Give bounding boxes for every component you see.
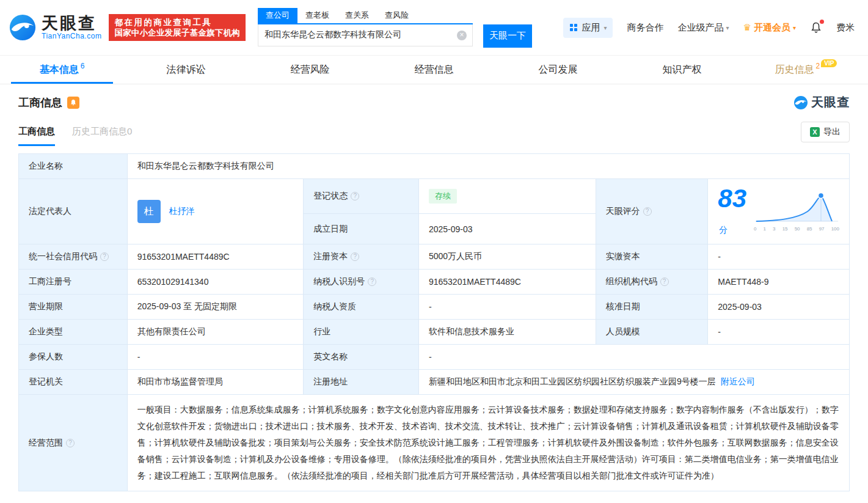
nav-enterprise-label: 企业级产品 — [677, 22, 723, 34]
tab-label: 经营风险 — [291, 64, 330, 76]
score-cell: 83分 0 — [718, 186, 839, 237]
clear-input-icon[interactable]: × — [457, 31, 467, 40]
field-label: 组织机构代码 — [606, 276, 657, 286]
search-input[interactable] — [258, 24, 472, 46]
score-number: 83分 — [718, 186, 746, 237]
search-tab-company[interactable]: 查公司 — [258, 8, 297, 23]
field-label: 法定代表人 — [29, 206, 71, 216]
help-icon[interactable]: ? — [351, 192, 359, 200]
search-button[interactable]: 天眼一下 — [483, 24, 532, 48]
label-industry: 行业 — [304, 320, 419, 345]
tab-basic-info[interactable]: 基本信息6 — [0, 56, 124, 84]
field-label: 纳税人资质 — [313, 301, 356, 311]
subtab-business-info[interactable]: 工商信息 — [18, 126, 55, 146]
value-reg-number: 653201029141340 — [127, 270, 304, 295]
paid-capital: - — [718, 252, 721, 262]
label-reg-status: 登记状态? — [304, 179, 419, 214]
user-account[interactable]: 费米 — [836, 22, 855, 34]
tab-legal-proceedings[interactable]: 法律诉讼 — [124, 56, 248, 84]
approval-date: 2025-09-03 — [718, 302, 762, 312]
field-label: 核准日期 — [606, 301, 640, 311]
field-label: 英文名称 — [313, 351, 348, 361]
business-term: 2025-09-03 至 无固定期限 — [137, 301, 237, 311]
legal-rep-avatar[interactable]: 杜 — [137, 200, 161, 223]
search-main: × 天眼一下 — [258, 24, 532, 48]
brand-name: 天眼查 — [42, 15, 101, 33]
label-insured-count: 参保人数 — [19, 345, 128, 370]
value-score: 83分 0 — [708, 179, 850, 244]
label-reg-address: 注册地址 — [304, 370, 419, 395]
chevron-down-icon: ▾ — [793, 24, 796, 31]
company-section-nav: 基本信息6 法律诉讼 经营风险 经营信息 公司发展 知识产权 历史信息2VIP — [0, 55, 868, 84]
subtabs-row: 工商信息 历史工商信息0 X 导出 — [18, 122, 850, 146]
value-org-code: MAETT448-9 — [708, 270, 850, 295]
top-nav: 应用 ▾ 商务合作 企业级产品 ▾ ♛ 开通会员 ▾ — [563, 0, 855, 55]
tab-intellectual-property[interactable]: 知识产权 — [620, 56, 744, 84]
business-info-section: 工商信息 天眼查 工商信息 历史工商信息0 X 导出 — [0, 84, 868, 503]
label-reg-authority: 登记机关 — [19, 370, 128, 395]
field-label: 统一社会信用代码 — [29, 251, 97, 261]
score-value: 83 — [718, 184, 746, 213]
page: 天眼查 TianYanCha.com 都在用的商业查询工具 国家中小企业发展子基… — [0, 0, 868, 503]
tick: 0 — [754, 226, 756, 232]
taxpayer-id: 91653201MAETT4489C — [429, 277, 521, 287]
value-reg-status: 存续 — [418, 179, 596, 214]
table-row: 营业期限 2025-09-03 至 无固定期限 纳税人资质 - 核准日期 202… — [19, 295, 850, 320]
tab-label: 历史信息 — [775, 64, 814, 76]
field-label: 企业名称 — [29, 161, 63, 171]
tick: 100 — [831, 226, 839, 232]
field-label: 登记机关 — [29, 376, 63, 386]
status-badge: 存续 — [429, 189, 457, 204]
notifications-bell[interactable] — [810, 21, 822, 34]
value-reg-capital: 5000万人民币 — [418, 244, 596, 270]
subtab-count: 0 — [127, 126, 132, 136]
label-taxpayer-id: 纳税人识别号? — [304, 270, 419, 295]
tianyancha-logo[interactable]: 天眼查 TianYanCha.com — [9, 13, 101, 42]
tick: 50 — [795, 226, 800, 232]
value-company-type: 其他有限责任公司 — [127, 320, 304, 345]
nav-enterprise-products[interactable]: 企业级产品 ▾ — [677, 22, 729, 34]
apps-menu[interactable]: 应用 ▾ — [563, 18, 613, 38]
search-tab-risk[interactable]: 查风险 — [377, 8, 417, 23]
value-legal-rep: 杜 杜抒洋 — [127, 179, 304, 244]
search-tab-relation[interactable]: 查关系 — [337, 8, 377, 23]
help-icon[interactable]: ? — [660, 277, 669, 286]
org-code: MAETT448-9 — [718, 277, 768, 287]
value-paid-capital: - — [708, 244, 850, 270]
help-icon[interactable]: ? — [368, 277, 376, 286]
tab-count: 2 — [816, 62, 820, 70]
value-business-scope: 一般项目：大数据服务；信息系统集成服务；计算机系统服务；数字文化创意内容应用服务… — [127, 395, 849, 491]
help-icon[interactable]: ? — [66, 439, 75, 447]
legal-rep-link[interactable]: 杜抒洋 — [169, 206, 195, 216]
help-icon[interactable]: ? — [100, 252, 109, 261]
nearby-companies-link[interactable]: 附近公司 — [721, 376, 755, 386]
tab-operating-risk[interactable]: 经营风险 — [248, 56, 372, 84]
tab-count: 6 — [81, 62, 85, 70]
tick: 85 — [807, 226, 812, 232]
export-button[interactable]: X 导出 — [801, 122, 850, 142]
label-credit-code: 统一社会信用代码? — [19, 244, 128, 270]
banner-line1: 都在用的商业查询工具 — [114, 17, 240, 28]
tab-company-development[interactable]: 公司发展 — [496, 56, 620, 84]
search-tab-boss[interactable]: 查老板 — [297, 8, 337, 23]
top-header: 天眼查 TianYanCha.com 都在用的商业查询工具 国家中小企业发展子基… — [0, 0, 868, 55]
label-paid-capital: 实缴资本 — [596, 244, 708, 270]
chevron-down-icon: ▾ — [604, 24, 607, 31]
subscribe-bell-icon[interactable] — [67, 97, 79, 109]
tab-label: 知识产权 — [663, 64, 702, 76]
help-icon[interactable]: ? — [643, 207, 652, 216]
excel-icon: X — [810, 127, 820, 137]
value-taxpayer-qualification: - — [418, 295, 596, 320]
nav-open-vip[interactable]: ♛ 开通会员 ▾ — [743, 22, 796, 34]
export-label: 导出 — [823, 127, 841, 138]
section-title: 工商信息 — [18, 95, 62, 110]
search-box: × — [258, 24, 473, 46]
nav-business-cooperation[interactable]: 商务合作 — [627, 22, 663, 34]
tab-history-info[interactable]: 历史信息2VIP — [744, 56, 868, 84]
subtab-history-business-info[interactable]: 历史工商信息0 — [72, 126, 132, 146]
help-icon[interactable]: ? — [351, 252, 359, 261]
tab-operating-info[interactable]: 经营信息 — [372, 56, 496, 84]
value-establish-date: 2025-09-03 — [418, 214, 596, 244]
promo-banner: 都在用的商业查询工具 国家中小企业发展子基金旗下机构 — [109, 14, 246, 41]
label-approval-date: 核准日期 — [596, 295, 708, 320]
